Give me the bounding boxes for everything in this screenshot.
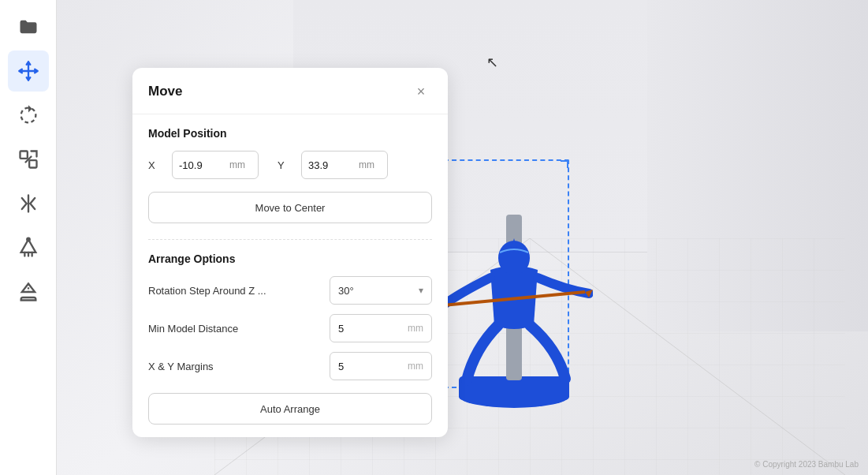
panel-title: Move	[148, 84, 182, 99]
panel-body: Model Position X mm Y mm Move to Center …	[132, 114, 448, 437]
x-input-wrapper[interactable]: mm	[172, 151, 259, 179]
rotation-step-value: 30°	[338, 285, 354, 297]
y-input-wrapper[interactable]: mm	[301, 151, 388, 179]
paint-icon	[17, 281, 39, 303]
rotation-step-select[interactable]: 30° ▾	[330, 276, 432, 305]
model-position-title: Model Position	[148, 127, 432, 140]
x-label: X	[148, 159, 159, 171]
min-distance-input[interactable]	[338, 323, 378, 335]
3d-model	[435, 167, 593, 412]
move-panel: Move × Model Position X mm Y mm Move to …	[132, 68, 448, 437]
sidebar-item-folder[interactable]	[8, 6, 49, 47]
right-wall	[647, 0, 868, 331]
y-input[interactable]	[308, 159, 356, 171]
svg-point-2	[27, 238, 30, 241]
rotate-icon	[17, 104, 39, 126]
mirror-icon	[17, 193, 39, 215]
sidebar-item-support[interactable]	[8, 227, 49, 268]
close-button[interactable]: ×	[410, 80, 432, 103]
section-divider	[148, 239, 432, 240]
main-viewport: ↖	[57, 0, 868, 475]
arrange-options-title: Arrange Options	[148, 252, 432, 265]
move-to-center-button[interactable]: Move to Center	[148, 192, 432, 223]
position-inputs-row: X mm Y mm	[148, 151, 432, 179]
svg-rect-1	[29, 160, 36, 167]
sidebar-item-rotate[interactable]	[8, 95, 49, 136]
svg-rect-0	[20, 151, 27, 159]
min-distance-input-wrapper[interactable]: mm	[330, 314, 432, 342]
y-label: Y	[278, 159, 289, 171]
support-icon	[17, 237, 39, 259]
min-distance-label: Min Model Distance	[148, 323, 330, 335]
auto-arrange-button[interactable]: Auto Arrange	[148, 393, 432, 425]
xy-margins-input-wrapper[interactable]: mm	[330, 352, 432, 380]
xy-margins-input[interactable]	[338, 361, 378, 372]
sidebar-item-mirror[interactable]	[8, 183, 49, 224]
min-distance-unit: mm	[408, 323, 423, 334]
x-input[interactable]	[179, 159, 226, 171]
panel-header: Move ×	[132, 68, 448, 114]
move-icon	[17, 60, 39, 82]
x-unit: mm	[229, 159, 245, 170]
rotation-step-row: Rotation Step Around Z ... 30° ▾	[148, 276, 432, 305]
sidebar-item-scale[interactable]	[8, 139, 49, 180]
watermark: © Copyright 2023 Bambu Lab	[754, 460, 859, 469]
sidebar	[0, 0, 57, 475]
chevron-down-icon: ▾	[419, 285, 423, 296]
xy-margins-label: X & Y Margins	[148, 361, 330, 372]
xy-margins-unit: mm	[408, 361, 423, 372]
sidebar-item-paint[interactable]	[8, 271, 49, 312]
rotation-step-label: Rotation Step Around Z ...	[148, 285, 330, 297]
sidebar-item-move[interactable]	[8, 50, 49, 92]
y-unit: mm	[359, 159, 374, 170]
arrange-options-section: Arrange Options Rotation Step Around Z .…	[148, 252, 432, 425]
xy-margins-row: X & Y Margins mm	[148, 352, 432, 380]
folder-icon	[17, 16, 39, 38]
scale-icon	[17, 148, 39, 170]
min-distance-row: Min Model Distance mm	[148, 314, 432, 342]
